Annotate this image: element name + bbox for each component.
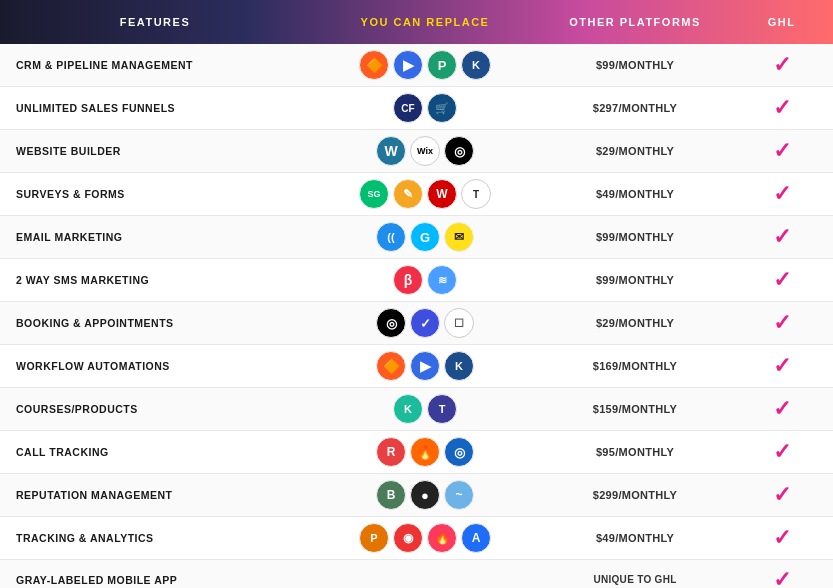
jotform-icon: ✎ — [393, 179, 423, 209]
checkmark-icon: ✓ — [773, 181, 791, 207]
keap-icon: K — [444, 351, 474, 381]
feature-label: BOOKING & APPOINTMENTS — [0, 302, 310, 344]
squarespace-icon: ◎ — [444, 136, 474, 166]
header-replace: YOU CAN REPLACE — [310, 10, 540, 34]
table-row: UNLIMITED SALES FUNNELS CF 🛒 $297/MONTHL… — [0, 87, 833, 130]
ghl-check: ✓ — [730, 517, 833, 559]
amplitude-icon: A — [461, 523, 491, 553]
feature-label: EMAIL MARKETING — [0, 216, 310, 258]
ghl-check: ✓ — [730, 388, 833, 430]
icons-cell: (( G ✉ — [310, 216, 540, 258]
podium-icon: ● — [410, 480, 440, 510]
icons-cell: B ● ~ — [310, 474, 540, 516]
icons-cell: 🔶 ▶ K — [310, 345, 540, 387]
table-row: WEBSITE BUILDER W Wix ◎ $29/MONTHLY ✓ — [0, 130, 833, 173]
table-row: 2 WAY SMS MARKETING β ≋ $99/MONTHLY ✓ — [0, 259, 833, 302]
wordpress-icon: W — [376, 136, 406, 166]
icons-cell: P ◉ 🔥 A — [310, 517, 540, 559]
ghl-check: ✓ — [730, 173, 833, 215]
feature-label: 2 WAY SMS MARKETING — [0, 259, 310, 301]
checkmark-icon: ✓ — [773, 52, 791, 78]
feature-label: WORKFLOW AUTOMATIONS — [0, 345, 310, 387]
checkmark-icon: ✓ — [773, 439, 791, 465]
price-label: $49/MONTHLY — [540, 173, 730, 215]
ghl-check: ✓ — [730, 474, 833, 516]
header-other: OTHER PLATFORMS — [540, 10, 730, 34]
ghl-check: ✓ — [730, 259, 833, 301]
price-label: $299/MONTHLY — [540, 474, 730, 516]
typeform-icon: T — [461, 179, 491, 209]
crazyegg-icon: ◉ — [393, 523, 423, 553]
icons-cell: SG ✎ W T — [310, 173, 540, 215]
feature-label: CRM & PIPELINE MANAGEMENT — [0, 44, 310, 86]
icons-cell — [310, 560, 540, 588]
ghl-check: ✓ — [730, 302, 833, 344]
activecampaign-icon: ▶ — [393, 50, 423, 80]
feature-label: CALL TRACKING — [0, 431, 310, 473]
table-row: WORKFLOW AUTOMATIONS 🔶 ▶ K $169/MONTHLY … — [0, 345, 833, 388]
table-row: COURSES/PRODUCTS K T $159/MONTHLY ✓ — [0, 388, 833, 431]
clickfunnels-icon: CF — [393, 93, 423, 123]
wufoo-icon: W — [427, 179, 457, 209]
icons-cell: CF 🛒 — [310, 87, 540, 129]
wix-icon: Wix — [410, 136, 440, 166]
feature-label: UNLIMITED SALES FUNNELS — [0, 87, 310, 129]
callrail-icon: R — [376, 437, 406, 467]
checkmark-icon: ✓ — [773, 567, 791, 589]
header-features: FEATURES — [0, 10, 310, 34]
kajabi-icon: K — [393, 394, 423, 424]
yext-icon: ~ — [444, 480, 474, 510]
header-ghl: GHL — [730, 10, 833, 34]
icons-cell: β ≋ — [310, 259, 540, 301]
price-label: $169/MONTHLY — [540, 345, 730, 387]
calendly-icon: ☐ — [444, 308, 474, 338]
price-label: $297/MONTHLY — [540, 87, 730, 129]
price-label: $99/MONTHLY — [540, 44, 730, 86]
checkmark-icon: ✓ — [773, 482, 791, 508]
feature-label: REPUTATION MANAGEMENT — [0, 474, 310, 516]
ghl-check: ✓ — [730, 44, 833, 86]
table-row: CALL TRACKING R 🔥 ◎ $95/MONTHLY ✓ — [0, 431, 833, 474]
checkmark-icon: ✓ — [773, 224, 791, 250]
checkmark-icon: ✓ — [773, 396, 791, 422]
hubspot-icon: 🔶 — [359, 50, 389, 80]
getresponse-icon: G — [410, 222, 440, 252]
icons-cell: 🔶 ▶ P K — [310, 44, 540, 86]
table-row: CRM & PIPELINE MANAGEMENT 🔶 ▶ P K $99/MO… — [0, 44, 833, 87]
ghl-check: ✓ — [730, 87, 833, 129]
price-label: $99/MONTHLY — [540, 259, 730, 301]
price-label: $159/MONTHLY — [540, 388, 730, 430]
comparison-table: FEATURES YOU CAN REPLACE OTHER PLATFORMS… — [0, 0, 833, 588]
pipedrive-icon: P — [427, 50, 457, 80]
feature-label: WEBSITE BUILDER — [0, 130, 310, 172]
table-row: SURVEYS & FORMS SG ✎ W T $49/MONTHLY ✓ — [0, 173, 833, 216]
ghl-check: ✓ — [730, 345, 833, 387]
price-label: $29/MONTHLY — [540, 302, 730, 344]
price-label: $99/MONTHLY — [540, 216, 730, 258]
keap-icon: K — [461, 50, 491, 80]
sms-icon: ≋ — [427, 265, 457, 295]
checkmark-icon: ✓ — [773, 353, 791, 379]
table-row: BOOKING & APPOINTMENTS ◎ ✓ ☐ $29/MONTHLY… — [0, 302, 833, 345]
surveymonkey-icon: SG — [359, 179, 389, 209]
acuity-icon: ✓ — [410, 308, 440, 338]
twilio-icon: β — [393, 265, 423, 295]
birdeye-icon: ◎ — [444, 437, 474, 467]
samcart-icon: 🛒 — [427, 93, 457, 123]
checkmark-icon: ✓ — [773, 525, 791, 551]
price-label: $49/MONTHLY — [540, 517, 730, 559]
feature-label: GRAY-LABELED MOBILE APP — [0, 560, 310, 588]
callfire-icon: 🔥 — [410, 437, 440, 467]
feature-label: COURSES/PRODUCTS — [0, 388, 310, 430]
table-row: EMAIL MARKETING (( G ✉ $99/MONTHLY ✓ — [0, 216, 833, 259]
ghl-check: ✓ — [730, 130, 833, 172]
icons-cell: K T — [310, 388, 540, 430]
intercom-icon: (( — [376, 222, 406, 252]
price-label: UNIQUE TO GHL — [540, 560, 730, 588]
ghl-check: ✓ — [730, 431, 833, 473]
ghl-check: ✓ — [730, 216, 833, 258]
price-label: $29/MONTHLY — [540, 130, 730, 172]
hotjar-icon: 🔥 — [427, 523, 457, 553]
checkmark-icon: ✓ — [773, 138, 791, 164]
ghl-check: ✓ — [730, 560, 833, 588]
